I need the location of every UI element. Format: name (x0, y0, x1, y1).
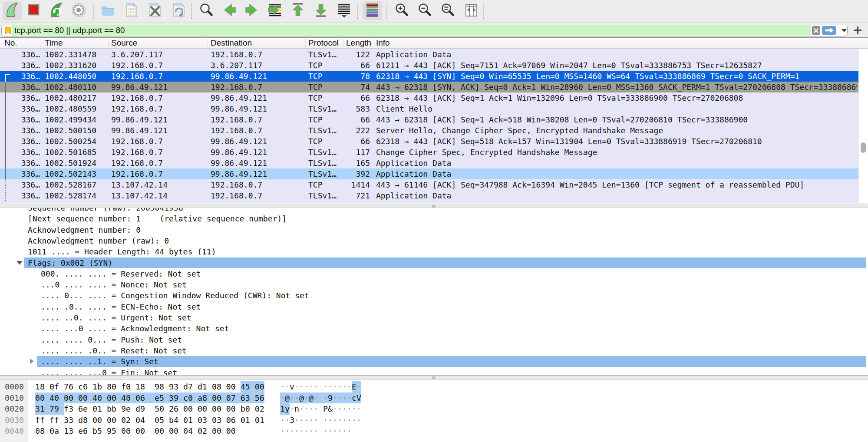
add-filter-button[interactable] (854, 26, 861, 34)
cell-destination: 99.86.49.121 (211, 71, 304, 82)
detail-row[interactable]: .... .... .0.. = Reset: Not set (0, 345, 868, 356)
zoom-reset-button[interactable] (438, 1, 457, 20)
column-header-no[interactable]: No. (4, 38, 41, 48)
hex-row[interactable]: 004008 0a 13 e6 b5 95 00 00 00 00 04 02 … (0, 426, 868, 437)
detail-row[interactable]: Acknowledgment number: 0 (0, 224, 868, 236)
detail-row[interactable]: Acknowledgment number (raw): 0 (0, 235, 868, 247)
detail-row[interactable]: [Next sequence number: 1 (relative seque… (0, 213, 868, 224)
hex-ascii[interactable]: ········ ······ (280, 426, 352, 437)
hex-ascii[interactable]: ··3····· ········ (280, 415, 361, 426)
packet-list-scrollbar[interactable] (858, 49, 868, 203)
go-forward-button[interactable] (242, 1, 261, 20)
cell-time: 1002.499434 (45, 114, 108, 125)
cell-info: 62318 → 443 [SYN] Seq=0 Win=65535 Len=0 … (376, 71, 857, 82)
packet-row[interactable]: 336…1002.52816713.107.42.14192.168.0.7TC… (0, 179, 858, 190)
apply-filter-button[interactable] (822, 26, 836, 35)
column-header-length[interactable]: Length (346, 38, 371, 48)
column-header-source[interactable]: Source (111, 38, 207, 48)
cell-destination: 192.168.0.7 (211, 179, 304, 190)
column-header-time[interactable]: Time (45, 38, 107, 48)
hex-ascii[interactable]: ·@··@·@· ·9····cV (280, 393, 361, 404)
colorize-packets-button[interactable] (363, 1, 382, 20)
column-separator[interactable] (208, 39, 208, 47)
column-header-protocol[interactable]: Protocol (308, 38, 342, 48)
packet-row[interactable]: 336…1002.3314783.6.207.117192.168.0.7TLS… (0, 49, 858, 60)
packet-row[interactable]: 336…1002.500254192.168.0.799.86.49.121TC… (0, 136, 858, 147)
hex-bytes[interactable]: 00 40 00 00 40 00 40 06 e5 39 c0 a8 00 0… (35, 393, 264, 404)
hex-row[interactable]: 002031 79 f3 6e 01 bb 9e d9 50 26 00 00 … (0, 403, 868, 415)
stop-capture-button[interactable] (24, 1, 43, 20)
filter-toolbar: tcp.port == 80 || udp.port == 80 (0, 22, 868, 37)
auto-scroll-button[interactable] (334, 1, 353, 20)
restart-capture-button[interactable] (47, 1, 66, 20)
clear-filter-button[interactable] (812, 26, 820, 35)
go-last-packet-button[interactable] (311, 1, 330, 20)
packet-row[interactable]: 336…1002.50015099.86.49.121192.168.0.7TL… (0, 125, 858, 136)
filter-input[interactable]: tcp.port == 80 || udp.port == 80 (1, 25, 848, 36)
close-file-button[interactable]: 01010 01101 01110 (145, 1, 164, 20)
zoom-out-button[interactable] (415, 1, 434, 20)
find-packet-button[interactable] (197, 1, 216, 20)
detail-row[interactable]: .... .... 0... = Push: Not set (0, 334, 868, 346)
splitter-handle-icon[interactable] (432, 205, 436, 208)
detail-row[interactable]: ...0 .... .... = Nonce: Not set (0, 279, 868, 290)
detail-row[interactable]: 1011 .... = Header Length: 44 bytes (11) (0, 246, 868, 257)
packet-row[interactable]: 336…1002.52817413.107.42.14192.168.0.7TL… (0, 190, 858, 201)
packet-row[interactable]: 336…1002.501924192.168.0.799.86.49.121TL… (0, 158, 858, 168)
zoom-in-button[interactable] (392, 1, 411, 20)
detail-row[interactable]: Flags: 0x002 (SYN) (0, 257, 868, 269)
detail-text: Flags: 0x002 (SYN) (28, 257, 112, 269)
splitter-list-details[interactable] (0, 204, 868, 208)
filter-expression-text[interactable]: tcp.port == 80 || udp.port == 80 (14, 25, 125, 36)
go-back-button[interactable] (220, 1, 239, 20)
column-separator[interactable] (42, 39, 42, 47)
open-file-button[interactable] (98, 1, 117, 20)
packet-row[interactable]: 336…1002.501685192.168.0.799.86.49.121TL… (0, 147, 858, 158)
packet-row[interactable]: 336…1002.502143192.168.0.799.86.49.121TL… (0, 168, 858, 179)
reload-file-button[interactable]: 01010 01101 01110 (169, 1, 188, 20)
packet-row[interactable]: 336…1002.331620192.168.0.73.6.207.117TCP… (0, 60, 858, 71)
column-separator[interactable] (372, 39, 372, 47)
hex-row[interactable]: 0030ff ff 33 d8 00 00 02 04 05 b4 01 03 … (0, 415, 868, 426)
capture-options-button[interactable] (69, 1, 88, 20)
packet-row[interactable]: 336…1002.48011099.86.49.121192.168.0.7TC… (0, 82, 858, 92)
detail-row[interactable]: Sequence number (raw): 2005041958 (0, 208, 868, 214)
hex-bytes[interactable]: 08 0a 13 e6 b5 95 00 00 00 00 04 02 00 0… (35, 426, 236, 437)
go-first-packet-button[interactable] (288, 1, 307, 20)
expander-right-icon[interactable] (30, 359, 34, 364)
detail-row[interactable]: .... ..0. .... = Urgent: Not set (0, 312, 868, 323)
column-separator[interactable] (305, 39, 306, 47)
bookmark-icon[interactable] (5, 26, 11, 36)
hex-bytes[interactable]: 18 0f 76 c6 1b 80 f0 18 98 93 d7 d1 08 0… (35, 381, 264, 393)
resize-columns-button[interactable] (462, 1, 481, 20)
packet-row[interactable]: 336…1002.480217192.168.0.799.86.49.121TC… (0, 92, 858, 103)
hex-row[interactable]: 001000 40 00 00 40 00 40 06 e5 39 c0 a8 … (0, 393, 868, 404)
detail-row[interactable]: .... .... ..1. = Syn: Set (0, 356, 868, 367)
filter-dropdown-caret-icon[interactable] (842, 29, 847, 32)
hex-row[interactable]: 000018 0f 76 c6 1b 80 f0 18 98 93 d7 d1 … (0, 381, 868, 393)
packet-row[interactable]: 336…1002.448050192.168.0.799.86.49.121TC… (0, 71, 858, 82)
doc-reload-icon: 01010 01101 01110 (170, 1, 187, 20)
column-header-info[interactable]: Info (376, 38, 390, 48)
hex-bytes[interactable]: ff ff 33 d8 00 00 02 04 05 b4 01 03 03 0… (35, 415, 264, 426)
splitter-handle-icon[interactable] (432, 376, 436, 379)
detail-row[interactable]: 000. .... .... = Reserved: Not set (0, 268, 868, 280)
save-file-button[interactable]: 01010 01101 01110 (122, 1, 141, 20)
detail-row[interactable]: .... .... ...0 = Fin: Not set (0, 367, 868, 376)
packet-list-scrollbar-thumb[interactable] (861, 142, 866, 153)
splitter-details-bytes[interactable] (0, 375, 868, 380)
detail-row[interactable]: .... ...0 .... = Acknowledgment: Not set (0, 323, 868, 334)
hex-ascii[interactable]: 1y·n···· P&······ (280, 403, 361, 415)
detail-row[interactable]: .... .0.. .... = ECN-Echo: Not set (0, 301, 868, 313)
packet-row[interactable]: 336…1002.49943499.86.49.121192.168.0.7TC… (0, 114, 858, 125)
hex-bytes[interactable]: 31 79 f3 6e 01 bb 9e d9 50 26 00 00 00 0… (35, 403, 264, 415)
column-separator[interactable] (343, 39, 343, 47)
expander-down-icon[interactable] (17, 261, 23, 265)
column-separator[interactable] (108, 39, 109, 47)
detail-row[interactable]: .... 0... .... = Congestion Window Reduc… (0, 290, 868, 301)
hex-ascii[interactable]: ··v····· ······E· (280, 381, 361, 393)
column-header-destination[interactable]: Destination (211, 38, 304, 48)
go-to-packet-button[interactable] (265, 1, 284, 20)
start-capture-button[interactable] (3, 1, 22, 20)
packet-row[interactable]: 336…1002.480559192.168.0.799.86.49.121TL… (0, 103, 858, 114)
